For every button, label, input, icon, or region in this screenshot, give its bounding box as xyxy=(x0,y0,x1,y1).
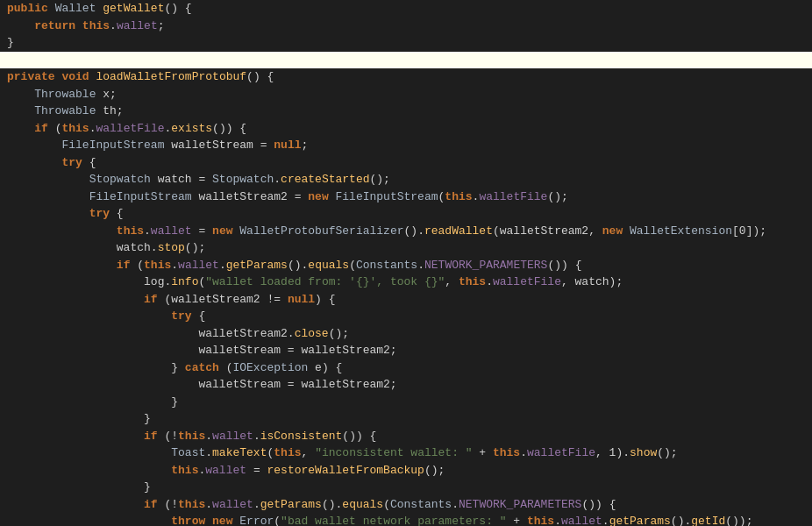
line-content: Stopwatch watch = Stopwatch.createStarte… xyxy=(7,171,805,188)
line-content: this.wallet = restoreWalletFromBackup(); xyxy=(7,462,805,480)
line-5: private void loadWalletFromProtobuf() { xyxy=(0,68,812,86)
line-content: try { xyxy=(7,205,805,223)
line-3: } xyxy=(0,34,812,52)
line-25: } xyxy=(0,410,812,428)
line-20: walletStream2.close(); xyxy=(0,325,812,343)
line-content: private void loadWalletFromProtobuf() { xyxy=(7,68,805,86)
code-block: public Wallet getWallet() { return this.… xyxy=(0,0,812,526)
line-content: Throwable x; xyxy=(7,86,805,103)
line-9: FileInputStream walletStream = null; xyxy=(0,137,812,154)
line-content: watch.stop(); xyxy=(7,239,805,257)
line-10: try { xyxy=(0,154,812,172)
line-content: walletStream = walletStream2; xyxy=(7,342,805,359)
line-8: if (this.walletFile.exists()) { xyxy=(0,120,812,138)
line-12: FileInputStream walletStream2 = new File… xyxy=(0,188,812,206)
line-26: if (!this.wallet.isConsistent()) { xyxy=(0,428,812,445)
line-13: try { xyxy=(0,205,812,223)
line-14: this.wallet = new WalletProtobufSerializ… xyxy=(0,223,812,240)
line-17: log.info("wallet loaded from: '{}', took… xyxy=(0,274,812,291)
line-21: walletStream = walletStream2; xyxy=(0,342,812,359)
line-content: walletStream2.close(); xyxy=(7,325,805,343)
line-content: if (walletStream2 != null) { xyxy=(7,291,805,309)
line-content: FileInputStream walletStream2 = new File… xyxy=(7,188,805,206)
line-content: } xyxy=(7,479,805,496)
line-22: } catch (IOException e) { xyxy=(0,359,812,377)
line-content: } xyxy=(7,394,805,411)
line-content: } xyxy=(7,410,805,428)
line-content xyxy=(7,53,14,67)
line-1: public Wallet getWallet() { xyxy=(0,0,812,18)
line-content: FileInputStream walletStream = null; xyxy=(7,137,805,154)
line-4 xyxy=(0,52,812,69)
line-content: } catch (IOException e) { xyxy=(7,359,805,377)
line-31: throw new Error("bad wallet network para… xyxy=(0,513,812,526)
line-24: } xyxy=(0,394,812,411)
line-23: walletStream = walletStream2; xyxy=(0,376,812,394)
line-content: if (this.walletFile.exists()) { xyxy=(7,120,805,138)
line-29: } xyxy=(0,479,812,496)
code-editor: public Wallet getWallet() { return this.… xyxy=(0,0,812,526)
line-6: Throwable x; xyxy=(0,86,812,103)
line-content: if (this.wallet.getParams().equals(Const… xyxy=(7,257,805,274)
line-28: this.wallet = restoreWalletFromBackup(); xyxy=(0,462,812,480)
line-content: public Wallet getWallet() { xyxy=(7,0,805,18)
line-27: Toast.makeText(this, "inconsistent walle… xyxy=(0,444,812,462)
line-7: Throwable th; xyxy=(0,103,812,120)
line-content: walletStream = walletStream2; xyxy=(7,376,805,394)
line-content: return this.wallet; xyxy=(7,18,805,35)
line-content: throw new Error("bad wallet network para… xyxy=(7,513,805,526)
line-2: return this.wallet; xyxy=(0,18,812,35)
line-content: Toast.makeText(this, "inconsistent walle… xyxy=(7,444,805,462)
line-18: if (walletStream2 != null) { xyxy=(0,291,812,309)
line-content: try { xyxy=(7,154,805,172)
line-30: if (!this.wallet.getParams().equals(Cons… xyxy=(0,496,812,514)
line-19: try { xyxy=(0,308,812,325)
line-content: this.wallet = new WalletProtobufSerializ… xyxy=(7,223,805,240)
line-content: if (!this.wallet.getParams().equals(Cons… xyxy=(7,496,805,514)
line-content: } xyxy=(7,34,805,52)
line-content: try { xyxy=(7,308,805,325)
line-content: if (!this.wallet.isConsistent()) { xyxy=(7,428,805,445)
line-content: Throwable th; xyxy=(7,103,805,120)
line-11: Stopwatch watch = Stopwatch.createStarte… xyxy=(0,171,812,188)
line-content: log.info("wallet loaded from: '{}', took… xyxy=(7,274,805,291)
line-15: watch.stop(); xyxy=(0,239,812,257)
line-16: if (this.wallet.getParams().equals(Const… xyxy=(0,257,812,274)
